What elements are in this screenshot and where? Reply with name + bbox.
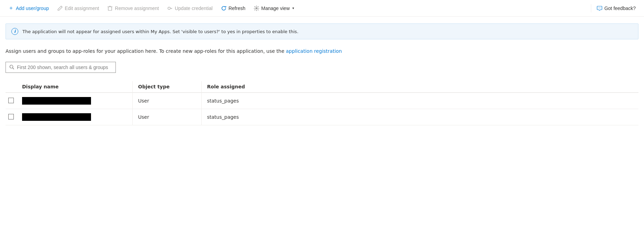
search-box xyxy=(6,62,116,73)
search-input[interactable] xyxy=(17,65,112,70)
col-objecttype-header: Object type xyxy=(132,81,201,93)
row-displayname-0 xyxy=(22,93,132,109)
svg-point-5 xyxy=(600,8,601,8)
users-table: Display name Object type Role assigned U… xyxy=(6,81,638,125)
row-checkbox-cell xyxy=(6,109,22,125)
key-icon xyxy=(167,6,173,11)
search-icon xyxy=(9,65,14,70)
chevron-down-icon: ▾ xyxy=(292,6,294,10)
svg-point-1 xyxy=(168,7,170,9)
toolbar-divider xyxy=(591,4,591,12)
col-checkbox-header xyxy=(6,81,22,93)
delete-icon xyxy=(107,6,113,11)
add-user-group-button[interactable]: ＋ Add user/group xyxy=(4,0,53,16)
banner-text: The application will not appear for assi… xyxy=(22,29,299,34)
row-role-0: status_pages xyxy=(201,93,638,109)
gear-icon xyxy=(254,6,259,11)
toolbar: ＋ Add user/group Edit assignment Remove … xyxy=(0,0,644,17)
table-header-row: Display name Object type Role assigned xyxy=(6,81,638,93)
app-registration-link[interactable]: application registration xyxy=(286,48,342,54)
row-role-1: status_pages xyxy=(201,109,638,125)
feedback-button[interactable]: Got feedback? xyxy=(593,6,640,11)
row-objecttype-1: User xyxy=(132,109,201,125)
row-checkbox-0[interactable] xyxy=(8,98,14,103)
refresh-button[interactable]: Refresh xyxy=(217,0,250,16)
row-objecttype-0: User xyxy=(132,93,201,109)
table-row: User status_pages xyxy=(6,93,638,109)
main-content: Assign users and groups to app-roles for… xyxy=(0,39,644,125)
svg-point-4 xyxy=(599,8,600,8)
redacted-name-0 xyxy=(22,97,91,105)
svg-point-3 xyxy=(598,8,599,8)
edit-icon xyxy=(57,6,63,11)
manage-view-button[interactable]: Manage view ▾ xyxy=(250,0,299,16)
refresh-icon xyxy=(221,6,227,11)
add-icon: ＋ xyxy=(8,4,14,12)
info-banner: i The application will not appear for as… xyxy=(6,23,638,39)
row-checkbox-cell xyxy=(6,93,22,109)
edit-assignment-button[interactable]: Edit assignment xyxy=(53,0,103,16)
row-displayname-1 xyxy=(22,109,132,125)
remove-assignment-button[interactable]: Remove assignment xyxy=(103,0,163,16)
row-checkbox-1[interactable] xyxy=(8,114,14,119)
col-displayname-header: Display name xyxy=(22,81,132,93)
info-icon: i xyxy=(11,28,18,35)
table-row: User status_pages xyxy=(6,109,638,125)
description-text: Assign users and groups to app-roles for… xyxy=(6,48,638,55)
svg-point-2 xyxy=(256,8,257,9)
redacted-name-1 xyxy=(22,113,91,121)
col-role-header: Role assigned xyxy=(201,81,638,93)
update-credential-button[interactable]: Update credential xyxy=(163,0,217,16)
feedback-icon xyxy=(597,6,602,11)
